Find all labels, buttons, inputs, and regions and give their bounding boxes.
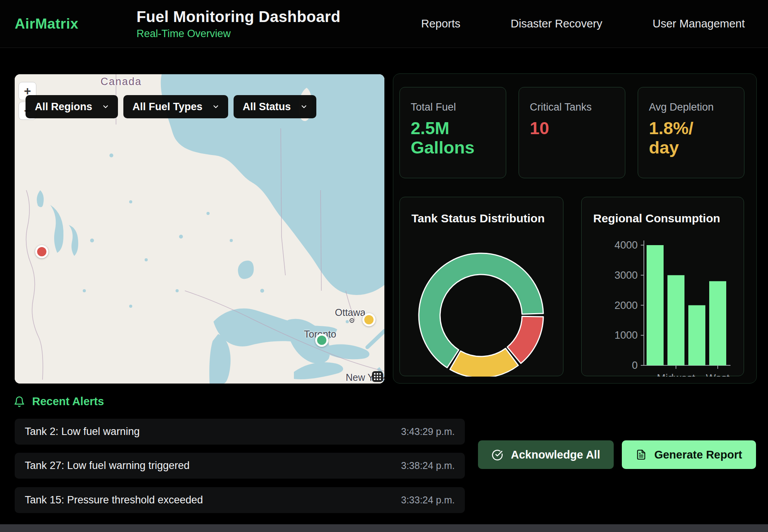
y-tick-label: 4000	[614, 239, 638, 251]
alert-message: Tank 27: Low fuel warning triggered	[25, 460, 189, 472]
nav-item-disaster-recovery[interactable]: Disaster Recovery	[511, 17, 602, 30]
y-tick-label: 0	[632, 360, 638, 371]
chevron-down-icon	[301, 104, 307, 110]
chart-title: Tank Status Distribution	[411, 212, 544, 225]
stat-value: 2.5M	[411, 119, 495, 138]
acknowledge-all-label: Acknowledge All	[511, 448, 600, 461]
stat-card-avg-depletion: Avg Depletion 1.8%/ day	[638, 87, 744, 178]
check-circle-icon	[492, 449, 503, 460]
stat-value: 1.8%/	[649, 119, 733, 138]
tank-marker-normal[interactable]	[315, 334, 328, 347]
donut-segment-warning[interactable]	[450, 348, 519, 377]
alert-time: 3:43:29 p.m.	[401, 426, 455, 437]
page-title: Fuel Monitoring Dashboard	[137, 8, 340, 26]
y-tick-label: 2000	[614, 300, 638, 311]
status-filter-value: All Status	[243, 101, 291, 113]
stat-value: 10	[530, 119, 614, 138]
stat-card-total-fuel: Total Fuel 2.5M Gallons	[399, 87, 506, 178]
tank-status-chart-card: Tank Status Distribution	[399, 197, 563, 376]
generate-report-label: Generate Report	[654, 448, 742, 461]
alert-message: Tank 2: Low fuel warning	[25, 426, 140, 438]
brand-logo[interactable]: AirMatrix	[15, 16, 79, 32]
stat-label: Avg Depletion	[649, 101, 733, 113]
stat-label: Critical Tanks	[530, 101, 614, 113]
chevron-down-icon	[102, 104, 109, 110]
donut-segment-critical[interactable]	[507, 316, 543, 363]
map-markers	[15, 74, 384, 384]
alerts-title: Recent Alerts	[32, 395, 104, 408]
alert-message: Tank 15: Pressure threshold exceeded	[25, 494, 203, 506]
bar-region-3[interactable]	[688, 305, 705, 366]
regional-consumption-chart-card: Regional Consumption 01000200030004000Mi…	[581, 197, 744, 376]
stat-value-line2: day	[649, 138, 733, 157]
fuel-type-filter-select[interactable]: All Fuel Types	[123, 95, 228, 118]
nav-item-user-management[interactable]: User Management	[652, 17, 745, 30]
acknowledge-all-button[interactable]: Acknowledge All	[478, 440, 614, 469]
stat-label: Total Fuel	[411, 101, 495, 113]
y-tick-label: 3000	[614, 269, 638, 281]
fuel-type-filter-value: All Fuel Types	[133, 101, 203, 113]
app-header: AirMatrix Fuel Monitoring Dashboard Real…	[0, 0, 768, 48]
tank-marker-critical[interactable]	[35, 245, 48, 258]
main-nav: Reports Disaster Recovery User Managemen…	[421, 17, 768, 30]
chevron-down-icon	[213, 104, 219, 110]
stat-card-critical-tanks: Critical Tanks 10	[519, 87, 625, 178]
x-tick-label: West	[706, 372, 730, 377]
status-filter-select[interactable]: All Status	[234, 95, 317, 118]
generate-report-button[interactable]: Generate Report	[622, 440, 756, 469]
tank-marker-warning[interactable]	[362, 313, 375, 326]
bar-West[interactable]	[709, 281, 726, 365]
chart-title: Regional Consumption	[593, 212, 720, 225]
nav-item-reports[interactable]: Reports	[421, 17, 461, 30]
page-subtitle: Real-Time Overview	[137, 28, 340, 40]
bell-icon	[14, 396, 25, 408]
alert-row[interactable]: Tank 15: Pressure threshold exceeded 3:3…	[15, 487, 465, 513]
bar-region-1[interactable]	[647, 245, 664, 365]
alert-time: 3:33:24 p.m.	[401, 494, 455, 506]
metrics-panel: Total Fuel 2.5M Gallons Critical Tanks 1…	[393, 73, 757, 384]
alerts-header: Recent Alerts	[14, 395, 104, 408]
document-icon	[636, 449, 647, 460]
y-tick-label: 1000	[614, 329, 638, 341]
bottom-bar	[0, 524, 768, 532]
region-filter-value: All Regions	[35, 101, 92, 113]
region-filter-select[interactable]: All Regions	[26, 95, 118, 118]
title-block: Fuel Monitoring Dashboard Real-Time Over…	[137, 8, 340, 40]
alert-time: 3:38:24 p.m.	[401, 460, 455, 471]
alert-row[interactable]: Tank 27: Low fuel warning triggered 3:38…	[15, 453, 465, 479]
stat-value-line2: Gallons	[411, 138, 495, 157]
alert-row[interactable]: Tank 2: Low fuel warning 3:43:29 p.m.	[15, 419, 465, 445]
map-filters: All Regions All Fuel Types All Status	[26, 95, 316, 118]
x-tick-label: Midwest	[657, 372, 695, 377]
map-canvas[interactable]: Canada Ottawa Toronto New York + − All R…	[15, 74, 384, 384]
bar-Midwest[interactable]	[667, 275, 684, 365]
resize-grip-icon[interactable]	[372, 371, 383, 382]
